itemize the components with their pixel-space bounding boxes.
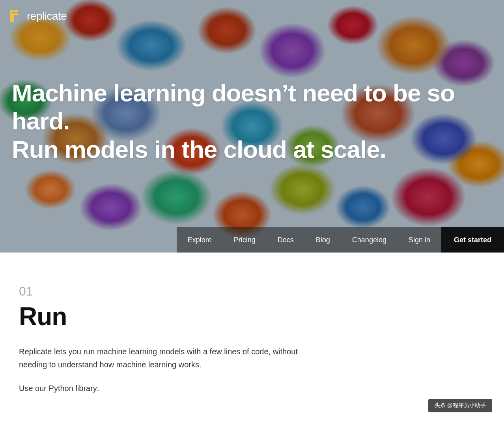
section-01: 01 Run Replicate lets you run machine le… (19, 284, 485, 393)
section-sub-text: Use our Python library: (19, 384, 485, 393)
watermark: 头条 @程序员小助手 (428, 399, 492, 412)
nav-blog[interactable]: Blog (305, 227, 341, 253)
svg-rect-3 (12, 13, 19, 15)
main-nav: Explore Pricing Docs Blog Changelog Sign… (0, 227, 504, 253)
nav-signin[interactable]: Sign in (398, 227, 441, 253)
headline-text: Machine learning doesn’t need to be so h… (12, 79, 492, 163)
nav-docs[interactable]: Docs (267, 227, 305, 253)
site-logo[interactable]: replicate (9, 9, 67, 24)
hero-headline: Machine learning doesn’t need to be so h… (12, 79, 492, 163)
main-content: 01 Run Replicate lets you run machine le… (0, 253, 504, 417)
section-number: 01 (19, 284, 485, 299)
hero-section: replicate Machine learning doesn’t need … (0, 0, 504, 253)
nav-changelog[interactable]: Changelog (341, 227, 398, 253)
section-title: Run (19, 302, 485, 331)
logo-icon (9, 9, 24, 24)
nav-explore[interactable]: Explore (177, 227, 223, 253)
logo-text: replicate (27, 10, 67, 22)
nav-get-started[interactable]: Get started (441, 227, 504, 253)
svg-rect-1 (10, 10, 18, 12)
section-description: Replicate lets you run machine learning … (19, 345, 327, 371)
nav-pricing[interactable]: Pricing (223, 227, 267, 253)
